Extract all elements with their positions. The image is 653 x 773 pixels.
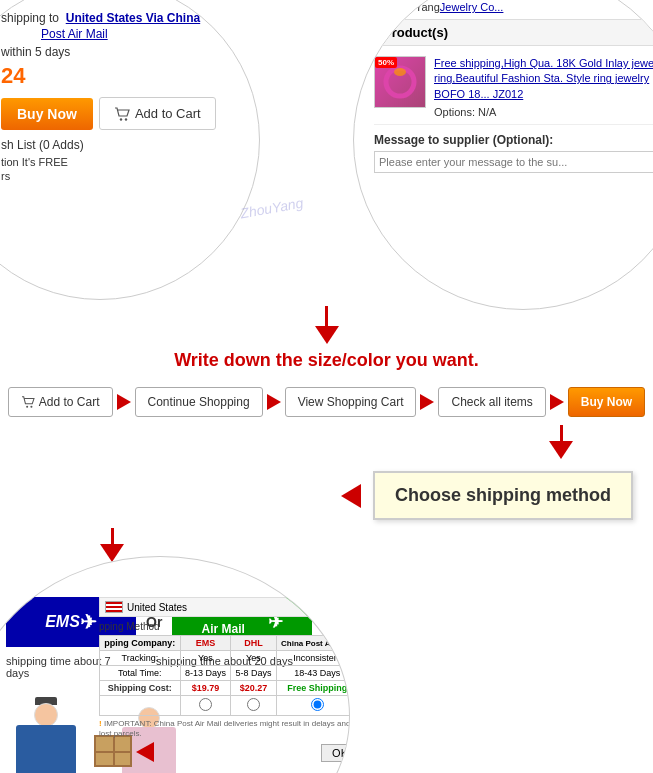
red-arrow-left-icon	[341, 484, 361, 508]
product-info-circle: er: ZhuoYangJewelry Co... Product(s) 50%…	[353, 0, 653, 310]
write-down-text: Write down the size/color you want.	[174, 350, 479, 370]
message-label: Message to supplier (Optional):	[374, 133, 653, 147]
ems-logo: EMS	[45, 613, 80, 631]
important-text: ! IMPORTANT: China Post Air Mail deliver…	[99, 719, 350, 740]
time-label: Total Time:	[100, 666, 181, 681]
step-check-button[interactable]: Check all items	[438, 387, 545, 417]
us-flag-row: United States	[99, 597, 350, 617]
cp-radio[interactable]	[311, 698, 324, 711]
discount-badge: 50%	[375, 57, 397, 68]
options-text: Options: N/A	[434, 106, 653, 118]
radio-row	[100, 696, 351, 716]
dhl-radio[interactable]	[247, 698, 260, 711]
svg-point-4	[26, 406, 28, 408]
choose-shipping-box: Choose shipping method	[373, 471, 633, 520]
cp-time: 18-43 Days	[276, 666, 350, 681]
svg-point-5	[30, 406, 32, 408]
price-display: 24	[1, 63, 260, 89]
arrow-left-people	[136, 742, 154, 762]
page-wrapper: shipping to United States Via China ▼ Po…	[0, 0, 653, 773]
products-header: Product(s)	[374, 19, 653, 46]
protection-text: tion It's FREE	[1, 156, 260, 168]
radio-label	[100, 696, 181, 716]
arrow-down-right	[0, 425, 653, 463]
step-add-to-cart-button[interactable]: Add to Cart	[8, 387, 113, 417]
arrow-down-red-icon	[549, 441, 573, 459]
seller-text: er: ZhuoYangJewelry Co...	[374, 1, 653, 13]
shipping-label: shipping to United States Via China ▼	[1, 11, 260, 25]
shipping-method-title: pping Method	[99, 621, 350, 632]
step-arrow-2	[267, 394, 281, 410]
dhl-time: 5-8 Days	[231, 666, 276, 681]
protection-sub: rs	[1, 170, 260, 182]
add-to-cart-button-top[interactable]: Add to Cart	[99, 97, 216, 130]
steps-section: Add to Cart Continue Shopping View Shopp…	[0, 379, 653, 425]
step-arrow-4	[550, 394, 564, 410]
tracking-label: Tracking:	[100, 651, 181, 666]
time-row: Total Time: 8-13 Days 5-8 Days 18-43 Day…	[100, 666, 351, 681]
tracking-row: Tracking: Yes Yes Inconsistent	[100, 651, 351, 666]
arrow-down-left-container	[0, 528, 653, 566]
seller-link[interactable]: Jewelry Co...	[440, 1, 504, 13]
post-air-mail-link[interactable]: Post Air Mail	[41, 27, 260, 41]
ems-tracking: Yes	[180, 651, 230, 666]
cp-radio-cell[interactable]	[276, 696, 350, 716]
ems-time: 8-13 Days	[180, 666, 230, 681]
top-section: shipping to United States Via China ▼ Po…	[0, 0, 653, 310]
ems-radio-cell[interactable]	[180, 696, 230, 716]
cost-row: Shipping Cost: $19.79 $20.27 Free Shippi…	[100, 681, 351, 696]
svg-point-3	[394, 68, 406, 76]
us-flag-icon	[105, 601, 123, 613]
arrow-down-container	[0, 310, 653, 340]
wishlist-text: sh List (0 Adds)	[1, 138, 260, 152]
dhl-cost: $20.27	[231, 681, 276, 696]
country-name: United States	[127, 602, 187, 613]
shipping-table-area: United States pping Method pping Company…	[99, 597, 350, 762]
cart-icon-step	[21, 396, 35, 408]
write-down-section: Write down the size/color you want.	[0, 340, 653, 379]
product-info: Free shipping,High Qua. 18K Gold Inlay j…	[434, 56, 653, 118]
col-ems: EMS	[180, 636, 230, 651]
choose-shipping-section: Choose shipping method	[0, 463, 653, 528]
delivery-time: within 5 days	[1, 45, 260, 59]
svg-point-0	[120, 118, 122, 120]
cart-icon	[114, 107, 130, 121]
shipping-destination-link[interactable]: United States Via China	[66, 11, 200, 25]
col-header-company: pping Company:	[100, 636, 181, 651]
ems-cost: $19.79	[180, 681, 230, 696]
col-cp: China Post Air Mail	[276, 636, 350, 651]
product-image	[382, 64, 418, 100]
delivery-person	[6, 697, 86, 773]
product-detail-circle: shipping to United States Via China ▼ Po…	[0, 0, 260, 300]
shipping-table: pping Company: EMS DHL China Post Air Ma…	[99, 635, 350, 716]
shipping-options-circle: EMS ✈ Or China PostAir Mail ✈ shipping t…	[0, 556, 350, 773]
step-buy-now-button[interactable]: Buy Now	[568, 387, 645, 417]
watermark: ZhouYang	[239, 195, 304, 222]
buy-now-button[interactable]: Buy Now	[1, 98, 93, 130]
step-arrow-3	[420, 394, 434, 410]
product-row: 50% Free shipping,High Qua. 18K Gold Inl…	[374, 50, 653, 125]
product-title: Free shipping,High Qua. 18K Gold Inlay j…	[434, 56, 653, 102]
cp-cost: Free Shipping	[276, 681, 350, 696]
message-input[interactable]	[374, 151, 653, 173]
col-dhl: DHL	[231, 636, 276, 651]
svg-point-1	[125, 118, 127, 120]
product-thumbnail: 50%	[374, 56, 426, 108]
cp-tracking: Inconsistent	[276, 651, 350, 666]
dhl-tracking: Yes	[231, 651, 276, 666]
step-view-cart-button[interactable]: View Shopping Cart	[285, 387, 417, 417]
ems-plane-icon: ✈	[80, 610, 97, 634]
cost-label: Shipping Cost:	[100, 681, 181, 696]
step-continue-button[interactable]: Continue Shopping	[135, 387, 263, 417]
ok-button[interactable]: OK	[321, 744, 350, 762]
ems-radio[interactable]	[199, 698, 212, 711]
dhl-radio-cell[interactable]	[231, 696, 276, 716]
important-icon: !	[99, 719, 102, 728]
bottom-section: EMS ✈ Or China PostAir Mail ✈ shipping t…	[0, 566, 653, 773]
step-arrow-1	[117, 394, 131, 410]
